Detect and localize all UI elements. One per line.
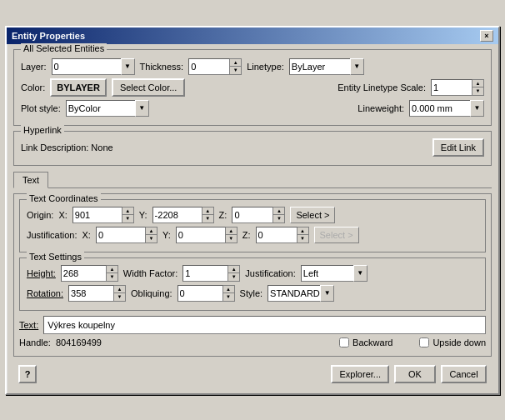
plot-style-wrapper: ▼ (66, 100, 149, 117)
obliquing-up[interactable]: ▲ (223, 286, 234, 294)
origin-z-up[interactable]: ▲ (273, 208, 284, 216)
origin-z-input[interactable] (232, 207, 273, 223)
just-label: Justification: (27, 230, 78, 240)
upside-down-checkbox[interactable] (419, 338, 429, 348)
upside-down-label: Upside down (432, 338, 486, 348)
layer-dropdown-wrapper: ▼ (52, 58, 135, 75)
just-x-down[interactable]: ▼ (146, 235, 157, 242)
ts-just-wrapper: ▼ (301, 265, 368, 282)
origin-x-up[interactable]: ▲ (122, 208, 133, 216)
text-input[interactable] (43, 316, 486, 334)
width-factor-up[interactable]: ▲ (228, 266, 239, 274)
just-x-btns: ▲ ▼ (146, 227, 158, 243)
select2-button[interactable]: Select > (314, 227, 359, 243)
height-input[interactable] (61, 265, 107, 282)
lineweight-wrapper: ▼ (409, 100, 484, 117)
just-y-btns: ▲ ▼ (226, 227, 238, 243)
just-x-input[interactable] (96, 227, 146, 243)
thickness-spinner-btns: ▲ ▼ (230, 58, 242, 75)
plot-row: Plot style: ▼ Lineweight: ▼ (21, 100, 484, 117)
just-x-spinner: ▲ ▼ (96, 227, 158, 243)
lineweight-label: Lineweight: (358, 103, 404, 113)
entity-linetype-scale-input[interactable] (431, 79, 472, 96)
just-y-down[interactable]: ▼ (226, 235, 237, 242)
tab-area: Text Text Coordinates Origin: X: ▲ (13, 171, 492, 357)
just-x-up[interactable]: ▲ (146, 228, 157, 236)
origin-z-down[interactable]: ▼ (273, 215, 284, 222)
origin-y-down[interactable]: ▼ (202, 215, 213, 222)
rotation-down[interactable]: ▼ (114, 293, 125, 301)
width-factor-down[interactable]: ▼ (228, 273, 239, 281)
color-row: Color: BYLAYER Select Color... Entity Li… (21, 78, 484, 97)
bylayer-button[interactable]: BYLAYER (50, 78, 107, 97)
explorer-button[interactable]: Explorer... (331, 365, 389, 383)
entity-linetype-scale-spinner-btns: ▲ ▼ (472, 79, 484, 96)
obliquing-input[interactable] (178, 285, 223, 302)
edit-link-button[interactable]: Edit Link (432, 138, 484, 157)
handle-row: Handle: 804169499 Backward Upside down (19, 338, 486, 348)
height-up[interactable]: ▲ (107, 266, 118, 274)
origin-y-up[interactable]: ▲ (202, 208, 213, 216)
tab-text[interactable]: Text (13, 172, 48, 188)
origin-y-btns: ▲ ▼ (202, 207, 214, 223)
origin-z-spinner: ▲ ▼ (232, 207, 285, 223)
obliquing-down[interactable]: ▼ (223, 293, 234, 301)
entity-linetype-scale-label: Entity Linetype Scale: (338, 82, 426, 92)
thickness-spinner: ▲ ▼ (188, 58, 242, 75)
just-y-input[interactable] (176, 227, 226, 243)
close-button[interactable]: × (480, 30, 493, 42)
thickness-input[interactable] (188, 58, 230, 75)
scale-up[interactable]: ▲ (472, 80, 483, 88)
width-factor-label: Width Factor: (123, 268, 178, 278)
height-down[interactable]: ▼ (107, 273, 118, 281)
thickness-down[interactable]: ▼ (230, 67, 241, 74)
width-factor-input[interactable] (182, 265, 228, 282)
select1-button[interactable]: Select > (290, 207, 335, 223)
height-btns: ▲ ▼ (107, 265, 118, 282)
backward-checkbox[interactable] (339, 338, 349, 348)
text-settings-label: Text Settings (27, 252, 84, 262)
just-z-btns: ▲ ▼ (298, 227, 309, 243)
hyperlink-label: Hyperlink (21, 125, 64, 135)
bottom-bar: ? Explorer... OK Cancel (13, 362, 492, 388)
ok-button[interactable]: OK (394, 365, 436, 383)
origin-x-input[interactable] (72, 207, 122, 223)
entity-properties-dialog: Entity Properties × All Selected Entitie… (5, 26, 500, 395)
cancel-button[interactable]: Cancel (441, 365, 487, 383)
lineweight-arrow[interactable]: ▼ (470, 100, 484, 117)
rotation-input[interactable] (68, 285, 114, 302)
help-button[interactable]: ? (18, 365, 37, 383)
ts-just-arrow[interactable]: ▼ (353, 265, 368, 282)
layer-dropdown-arrow[interactable]: ▼ (121, 58, 135, 75)
style-wrapper: ▼ (268, 285, 334, 302)
layer-label: Layer: (21, 62, 47, 72)
layer-row: Layer: ▼ Thickness: ▲ ▼ Linetype: ▼ (21, 58, 484, 75)
obliquing-label: Obliquing: (131, 288, 172, 298)
rotation-btns: ▲ ▼ (114, 285, 126, 302)
scale-down[interactable]: ▼ (472, 88, 483, 95)
all-selected-label: All Selected Entities (21, 43, 107, 53)
just-z-up[interactable]: ▲ (298, 228, 308, 236)
entity-linetype-scale-spinner: ▲ ▼ (431, 79, 484, 96)
origin-y-spinner: ▲ ▼ (152, 207, 214, 223)
linetype-dropdown-arrow[interactable]: ▼ (350, 58, 364, 75)
just-z-down[interactable]: ▼ (298, 235, 308, 242)
plot-style-label: Plot style: (21, 103, 61, 113)
origin-y-input[interactable] (152, 207, 202, 223)
thickness-up[interactable]: ▲ (230, 59, 241, 68)
origin-x-down[interactable]: ▼ (122, 215, 133, 222)
obliquing-btns: ▲ ▼ (223, 285, 235, 302)
text-settings-group: Text Settings Height: ▲ ▼ Width Factor: (19, 258, 486, 311)
plot-style-arrow[interactable]: ▼ (135, 100, 149, 117)
upside-down-checkbox-row: Upside down (419, 338, 486, 348)
rotation-up[interactable]: ▲ (114, 286, 125, 294)
backward-label: Backward (352, 338, 392, 348)
style-arrow[interactable]: ▼ (320, 285, 334, 302)
link-desc-label: Link Description: None (21, 142, 113, 152)
height-spinner: ▲ ▼ (61, 265, 118, 282)
just-z-input[interactable] (256, 227, 298, 243)
just-x-label: X: (82, 230, 91, 240)
select-color-button[interactable]: Select Color... (112, 78, 185, 97)
just-y-up[interactable]: ▲ (226, 228, 237, 236)
thickness-label: Thickness: (140, 62, 184, 72)
